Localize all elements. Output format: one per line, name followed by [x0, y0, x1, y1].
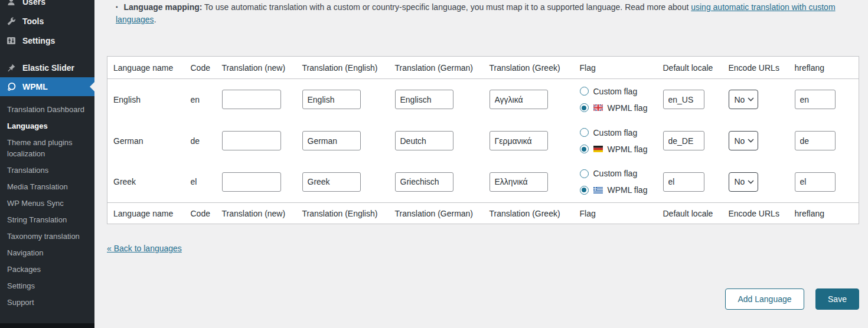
col-flag: Flag [574, 203, 657, 224]
uk-flag-icon [593, 104, 603, 111]
wpml-submenu: Translation Dashboard Languages Theme an… [0, 96, 94, 310]
col-flag: Flag [574, 57, 657, 79]
encode-urls-value: No [735, 136, 745, 146]
col-translation-english: Translation (English) [296, 57, 389, 79]
col-language-name: Language name [107, 57, 185, 79]
col-translation-german: Translation (German) [389, 203, 484, 224]
submenu-item-theme-plugins-localization[interactable]: Theme and plugins localization [0, 134, 94, 162]
wpml-flag-option[interactable]: WPML flag [580, 182, 657, 198]
language-mapping-notice: ▪ Language mapping: To use automatic tra… [116, 1, 841, 26]
custom-flag-option[interactable]: Custom flag [580, 124, 657, 141]
sidebar-item-label: Elastic Slider [22, 63, 74, 73]
default-locale-input[interactable] [663, 131, 704, 150]
translation-new-input[interactable] [222, 131, 281, 150]
save-button[interactable]: Save [815, 288, 859, 310]
translation-english-input[interactable] [302, 90, 361, 109]
col-encode-urls: Encode URLs [723, 57, 789, 79]
sidebar-item-settings[interactable]: Settings [0, 31, 94, 50]
default-locale-input[interactable] [663, 172, 704, 192]
custom-flag-label: Custom flag [593, 128, 638, 137]
submenu-item-taxonomy-translation[interactable]: Taxonomy translation [0, 228, 94, 244]
notice-title: Language mapping: [123, 2, 202, 12]
translation-english-input[interactable] [302, 172, 361, 192]
notice-period: . [154, 15, 156, 24]
chevron-down-icon [748, 180, 754, 184]
custom-flag-label: Custom flag [593, 169, 638, 178]
submenu-item-settings[interactable]: Settings [0, 277, 94, 294]
sidebar-item-label: Settings [22, 36, 55, 45]
wpml-flag-option[interactable]: WPML flag [580, 141, 657, 158]
sidebar-item-wpml[interactable]: WPML [0, 77, 94, 96]
col-language-name: Language name [107, 203, 185, 224]
greek-flag-icon [593, 187, 603, 193]
col-code: Code [185, 57, 216, 79]
chevron-down-icon [748, 139, 754, 143]
translation-greek-input[interactable] [490, 131, 548, 150]
submenu-item-packages[interactable]: Packages [0, 261, 94, 277]
sidebar-item-elastic-slider[interactable]: Elastic Slider [0, 58, 94, 77]
translation-english-input[interactable] [302, 131, 361, 150]
table-row-german: German de Custom flag WPML flag [107, 120, 859, 162]
languages-table: Language name Code Translation (new) Tra… [107, 56, 859, 224]
german-flag-icon [593, 146, 603, 152]
menu-separator [0, 50, 94, 58]
translation-german-input[interactable] [395, 172, 453, 192]
encode-urls-select[interactable]: No [729, 90, 758, 109]
col-translation-new: Translation (new) [216, 57, 296, 79]
hreflang-input[interactable] [795, 131, 836, 150]
submenu-item-string-translation[interactable]: String Translation [0, 211, 94, 228]
submenu-item-navigation[interactable]: Navigation [0, 244, 94, 261]
encode-urls-select[interactable]: No [729, 172, 758, 192]
submenu-item-languages[interactable]: Languages [0, 117, 94, 134]
translation-german-input[interactable] [395, 90, 453, 109]
custom-flag-option[interactable]: Custom flag [580, 165, 657, 182]
wpml-flag-radio[interactable] [580, 186, 589, 195]
encode-urls-value: No [735, 177, 745, 186]
back-to-languages-link[interactable]: « Back to languages [107, 244, 182, 253]
translation-new-input[interactable] [222, 172, 281, 192]
submenu-item-media-translation[interactable]: Media Translation [0, 178, 94, 195]
custom-flag-radio[interactable] [580, 169, 589, 178]
submenu-item-translations[interactable]: Translations [0, 162, 94, 178]
col-code: Code [185, 203, 216, 224]
wrench-icon [6, 17, 17, 26]
col-hreflang: hreflang [789, 203, 859, 224]
table-header-row: Language name Code Translation (new) Tra… [107, 57, 859, 79]
translation-greek-input[interactable] [490, 172, 548, 192]
add-language-button[interactable]: Add Language [725, 288, 804, 310]
users-icon [6, 0, 17, 6]
sidebar-item-label: Users [22, 0, 45, 6]
pin-icon [6, 63, 17, 73]
wpml-flag-option[interactable]: WPML flag [580, 100, 657, 116]
wpml-flag-label: WPML flag [608, 145, 648, 154]
translation-greek-input[interactable] [490, 90, 548, 109]
wpml-flag-label: WPML flag [608, 185, 648, 195]
sidebar-bottom-strip [0, 323, 94, 328]
sidebar-item-users[interactable]: Users [0, 0, 94, 11]
custom-flag-option[interactable]: Custom flag [580, 83, 657, 100]
submenu-item-translation-dashboard[interactable]: Translation Dashboard [0, 101, 94, 117]
submenu-item-wp-menus-sync[interactable]: WP Menus Sync [0, 195, 94, 211]
submenu-item-support[interactable]: Support [0, 294, 94, 310]
hreflang-input[interactable] [795, 172, 836, 192]
table-row-greek: Greek el Custom flag WPML flag [107, 162, 859, 203]
col-translation-greek: Translation (Greek) [484, 203, 574, 224]
hreflang-input[interactable] [795, 90, 836, 109]
sidebar-item-tools[interactable]: Tools [0, 11, 94, 31]
translation-new-input[interactable] [222, 90, 281, 109]
col-default-locale: Default locale [657, 57, 723, 79]
sliders-icon [6, 36, 17, 45]
chevron-down-icon [748, 97, 754, 101]
col-hreflang: hreflang [789, 57, 859, 79]
language-code: de [185, 120, 216, 162]
main-content: ▪ Language mapping: To use automatic tra… [94, 0, 868, 328]
translation-german-input[interactable] [395, 131, 453, 150]
custom-flag-radio[interactable] [580, 87, 589, 96]
wpml-flag-radio[interactable] [580, 103, 589, 112]
language-name: English [107, 79, 185, 120]
encode-urls-select[interactable]: No [729, 131, 758, 150]
wpml-flag-radio[interactable] [580, 145, 589, 153]
default-locale-input[interactable] [663, 90, 704, 109]
custom-flag-radio[interactable] [580, 128, 589, 137]
table-footer-row: Language name Code Translation (new) Tra… [107, 203, 859, 224]
